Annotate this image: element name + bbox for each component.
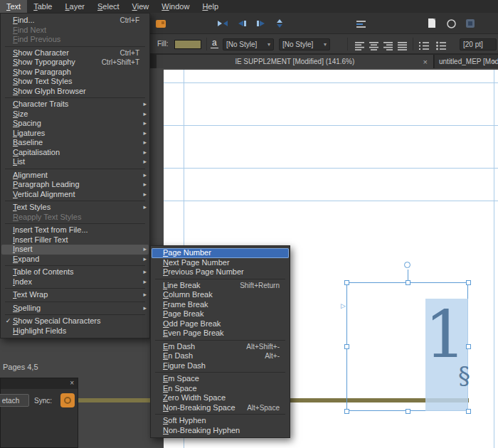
close-icon[interactable]: × xyxy=(492,58,497,66)
menu-item-figure-dash[interactable]: Figure Dash xyxy=(152,361,289,371)
menu-item-en-dash[interactable]: En DashAlt+- xyxy=(152,351,289,361)
menubar-item-help[interactable]: Help xyxy=(196,0,225,13)
menu-item-table-of-contents[interactable]: Table of Contents▸ xyxy=(1,267,149,277)
menu-item-show-character[interactable]: Show CharacterCtrl+T xyxy=(1,48,149,58)
menu-item-show-paragraph[interactable]: Show Paragraph xyxy=(1,68,149,78)
menu-item-vertical-alignment[interactable]: Vertical Alignment▸ xyxy=(1,190,149,200)
menubar-item-layer[interactable]: Layer xyxy=(58,0,91,13)
menu-item-show-text-styles[interactable]: Show Text Styles xyxy=(1,77,149,87)
frame-handle[interactable] xyxy=(344,280,349,285)
menu-item-insert-filler-text[interactable]: Insert Filler Text xyxy=(1,235,149,245)
tab-untitled-mep[interactable]: untitled_MEP [Modified × xyxy=(435,55,498,68)
new-document-icon[interactable] xyxy=(425,17,439,30)
menubar-item-text[interactable]: Text xyxy=(0,0,27,13)
menubar-item-window[interactable]: Window xyxy=(155,0,196,13)
menu-item-show-typography[interactable]: Show TypographyCtrl+Shift+T xyxy=(1,58,149,68)
menu-item-alignment[interactable]: Alignment▸ xyxy=(1,171,149,181)
menu-item-size[interactable]: Size▸ xyxy=(1,110,149,119)
menu-item-baseline[interactable]: Baseline▸ xyxy=(1,138,149,148)
guide-line xyxy=(164,168,498,169)
menu-item-even-page-break[interactable]: Even Page Break xyxy=(152,329,289,338)
tab-supplement[interactable]: lE SUPPL2MENT [Modified] (141.6%) × xyxy=(157,55,434,68)
leading-field[interactable]: [20 pt] xyxy=(460,38,497,50)
menu-item-non-breaking-space[interactable]: Non-Breaking SpaceAlt+Space xyxy=(152,403,289,413)
menu-item-frame-break[interactable]: Frame Break xyxy=(152,300,289,310)
menubar-item-view[interactable]: View xyxy=(126,0,156,13)
fill-color-swatch[interactable] xyxy=(174,40,201,49)
panel-header[interactable]: × xyxy=(1,378,78,389)
flip-horizontal-icon[interactable] xyxy=(216,17,230,30)
rotation-handle[interactable] xyxy=(404,262,410,268)
shape-ellipse-icon[interactable] xyxy=(444,17,458,30)
frame-handle[interactable] xyxy=(406,280,410,285)
menu-item-spacing[interactable]: Spacing▸ xyxy=(1,119,149,129)
alignment-icon[interactable] xyxy=(354,17,369,30)
menu-item-em-space[interactable]: Em Space xyxy=(152,374,289,384)
paragraph-style-dropdown[interactable]: [No Style] ▾ xyxy=(223,38,274,50)
frame-handle[interactable] xyxy=(344,409,349,414)
align-center-icon[interactable] xyxy=(367,39,381,52)
menu-item-label: Non-Breaking Hyphen xyxy=(163,426,280,436)
menu-item-em-dash[interactable]: Em DashAlt+Shift+- xyxy=(152,342,289,352)
flip-vertical-icon[interactable] xyxy=(273,17,287,30)
menu-item-insert[interactable]: Insert▸ xyxy=(1,245,149,255)
menu-item-character-traits[interactable]: Character Traits▸ xyxy=(1,100,149,110)
menu-item-page-break[interactable]: Page Break xyxy=(152,309,289,319)
pages-label: Pages 4,5 xyxy=(3,363,38,371)
menu-item-label: Next Page Number xyxy=(163,258,280,268)
align-justify-icon[interactable] xyxy=(396,39,410,52)
frame-handle[interactable] xyxy=(466,280,471,285)
menu-item-show-glyph-browser[interactable]: Show Glyph Browser xyxy=(1,87,149,97)
close-icon[interactable]: × xyxy=(70,379,74,387)
menu-item-text-wrap[interactable]: Text Wrap▸ xyxy=(1,290,149,300)
menu-item-find[interactable]: Find...Ctrl+F xyxy=(1,16,149,26)
menu-item-spelling[interactable]: Spelling▸ xyxy=(1,304,149,314)
text-flow-arrow-icon[interactable]: ▷ xyxy=(341,302,346,309)
bullet-list-icon[interactable] xyxy=(434,39,448,52)
swatch-panel-icon[interactable] xyxy=(463,17,477,30)
menu-item-list[interactable]: List▸ xyxy=(1,157,149,167)
align-right-icon[interactable] xyxy=(381,39,396,52)
menu-shortcut: Shift+Return xyxy=(240,281,280,291)
rotate-right-icon[interactable] xyxy=(254,17,268,30)
menu-item-line-break[interactable]: Line BreakShift+Return xyxy=(152,281,289,291)
menu-item-show-special-characters[interactable]: ✓Show Special Characters xyxy=(1,316,149,326)
export-persona-icon[interactable] xyxy=(154,17,168,30)
menu-item-en-space[interactable]: En Space xyxy=(152,384,289,394)
sync-app-icon[interactable] xyxy=(60,393,75,407)
menu-item-expand[interactable]: Expand▸ xyxy=(1,255,149,265)
rotate-left-icon[interactable] xyxy=(235,17,249,30)
menu-item-insert-text-from-file[interactable]: Insert Text from File... xyxy=(1,225,149,235)
menu-item-capitalisation[interactable]: Capitalisation▸ xyxy=(1,148,149,158)
menu-item-zero-width-space[interactable]: Zero Width Space xyxy=(152,393,289,403)
menubar-item-table[interactable]: Table xyxy=(27,0,58,13)
menu-item-text-styles[interactable]: Text Styles▸ xyxy=(1,203,149,213)
menubar-item-select[interactable]: Select xyxy=(91,0,126,13)
frame-handle[interactable] xyxy=(466,344,471,349)
menu-item-index[interactable]: Index▸ xyxy=(1,277,149,287)
align-left-icon[interactable] xyxy=(353,39,367,52)
menu-item-label: Show Paragraph xyxy=(13,68,139,78)
menu-item-odd-page-break[interactable]: Odd Page Break xyxy=(152,319,289,329)
close-icon[interactable]: × xyxy=(423,58,428,66)
menu-item-non-breaking-hyphen[interactable]: Non-Breaking Hyphen xyxy=(152,426,289,436)
numbered-list-icon[interactable] xyxy=(417,39,431,52)
character-style-dropdown[interactable]: [No Style] ▾ xyxy=(279,38,330,50)
checkmark-icon: ✓ xyxy=(4,316,13,326)
menu-item-paragraph-leading[interactable]: Paragraph Leading▸ xyxy=(1,180,149,190)
menu-item-previous-page-number[interactable]: Previous Page Number xyxy=(152,267,289,277)
menu-item-ligatures[interactable]: Ligatures▸ xyxy=(1,129,149,139)
detach-button[interactable]: etach xyxy=(0,394,29,407)
menu-item-column-break[interactable]: Column Break xyxy=(152,290,289,300)
menu-item-label: En Space xyxy=(163,384,280,394)
menu-item-next-page-number[interactable]: Next Page Number xyxy=(152,258,289,268)
frame-handle[interactable] xyxy=(466,409,471,414)
menu-item-page-number[interactable]: Page Number xyxy=(152,248,289,258)
frame-handle[interactable] xyxy=(406,409,410,414)
floating-panel: × etach Sync: xyxy=(0,378,78,448)
frame-handle[interactable] xyxy=(344,344,349,349)
underline-button[interactable]: a xyxy=(211,38,218,48)
menu-item-soft-hyphen[interactable]: Soft Hyphen xyxy=(152,416,289,426)
menu-item-highlight-fields[interactable]: Highlight Fields xyxy=(1,326,149,336)
menu-item-label: Previous Page Number xyxy=(163,267,280,277)
